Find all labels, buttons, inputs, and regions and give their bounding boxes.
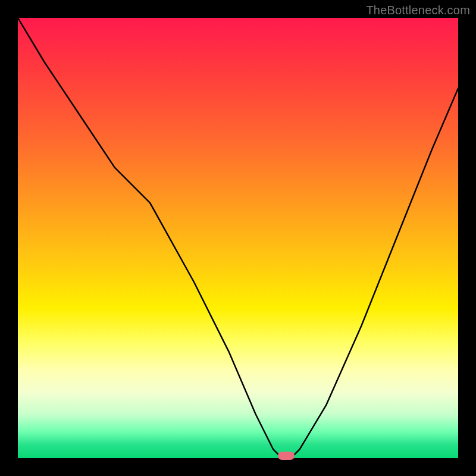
plot-area <box>18 18 458 458</box>
attribution-label: TheBottleneck.com <box>366 4 470 17</box>
chart-frame: TheBottleneck.com <box>0 0 476 476</box>
optimal-marker <box>278 452 295 460</box>
curve-path <box>18 18 458 458</box>
bottleneck-curve <box>18 18 458 458</box>
